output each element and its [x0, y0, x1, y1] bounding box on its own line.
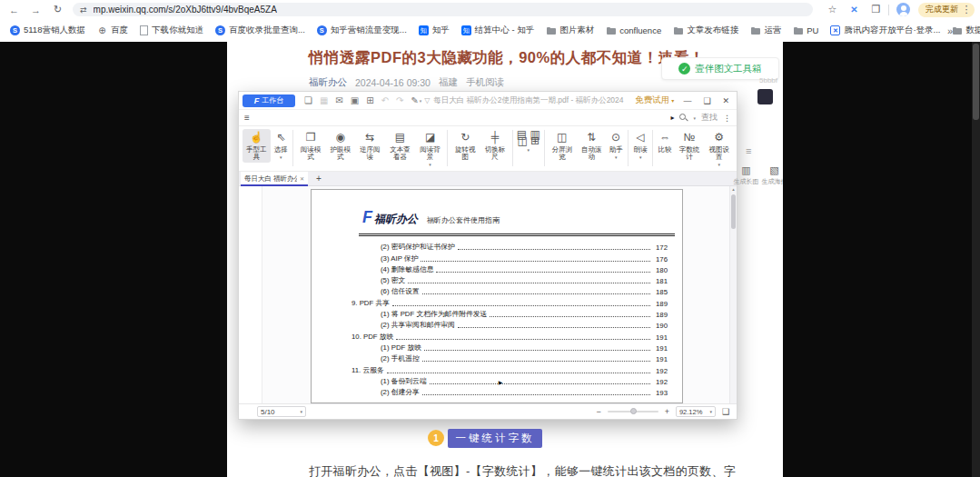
minimize-button[interactable]: — [683, 96, 691, 105]
article-author-link[interactable]: 福昕办公 [309, 76, 347, 89]
toolbar-button[interactable]: ⇔ 比较 [656, 129, 674, 155]
hamburger-icon[interactable]: ≡ [244, 113, 250, 123]
document-tab-title: 每日大白 福昕办公... [244, 174, 297, 184]
bookmark-item[interactable]: confluence [603, 24, 664, 37]
toolbar-button[interactable]: ⇆ 逆序阅读 [356, 129, 385, 163]
quick-tool-button[interactable]: ↶ [381, 95, 389, 105]
search-icon[interactable] [679, 114, 688, 122]
article-paragraph: 打开福昕办公，点击【视图】-【字数统计】，能够一键统计出该文档的页数、字数、字符… [309, 463, 745, 477]
caret-down-icon: ▾ [280, 154, 282, 160]
toolbar-button[interactable]: ╪ 切换标尺 [480, 129, 510, 163]
toolbar-button[interactable]: ↻ 旋转视图 [450, 129, 480, 163]
zoom-slider[interactable] [608, 411, 658, 412]
page-indicator: 5/10 [261, 408, 275, 416]
toolbar-button[interactable]: ⊙ 助手 ▾ [607, 129, 625, 162]
bookmark-label: 数据报告 [965, 25, 980, 36]
zoom-slider-knob[interactable] [630, 408, 637, 414]
toc-entry-label: (5) 密文 [381, 275, 405, 285]
bookmark-item[interactable]: ⊕ 百度 [94, 23, 131, 38]
quick-tool-button[interactable]: ↷ [396, 95, 403, 105]
bookmark-label: 图片素材 [559, 25, 594, 36]
maximize-button[interactable]: ❑ [703, 96, 710, 105]
pdf-vertical-scrollbar[interactable]: ▴ [729, 186, 737, 403]
zoom-in-icon[interactable]: + [665, 407, 669, 416]
toolbar-button[interactable]: ⇅ 自动滚动 [577, 129, 606, 163]
document-tab[interactable]: 每日大白 福昕办公... ✕ [241, 172, 308, 185]
tune-icon[interactable]: ⇄ [80, 5, 87, 15]
bookmark-item[interactable]: 文章发布链接 [670, 23, 741, 38]
free-trial-button[interactable]: 免费试用 ▾ [635, 94, 674, 106]
bookmark-item[interactable]: 腾讯内容开放平台·登录... [827, 23, 943, 38]
toolbar-button[interactable]: № 字数统计 [675, 129, 704, 163]
bookmark-item[interactable]: 知乎营销流量变现... [314, 23, 410, 38]
page-number-box[interactable]: 5/10 ▾ [257, 406, 306, 417]
toolbar-button[interactable]: ❐ 阅读模式 [296, 129, 325, 163]
quick-tool-button[interactable]: ▦ [320, 95, 328, 105]
more-menu-icon[interactable]: ⋮ [723, 114, 731, 123]
bookmark-item[interactable]: 下载你就知道 [137, 23, 206, 38]
forward-icon[interactable]: → [28, 2, 44, 17]
quick-tool-button[interactable]: ❏ [304, 95, 312, 105]
toolbar-label: 切换标尺 [482, 146, 508, 161]
browser-menu-icon[interactable]: ⋮ [962, 2, 971, 17]
close-button[interactable]: ✕ [722, 96, 729, 105]
browser-scrollbar[interactable] [972, 42, 980, 477]
new-tab-icon[interactable]: + [316, 174, 322, 184]
caret-down-icon[interactable]: ▾ [300, 409, 302, 414]
bookmark-item[interactable]: 结算中心 - 知乎 [459, 23, 537, 38]
back-icon[interactable]: ← [6, 2, 22, 17]
bookmark-item[interactable]: 运营 [747, 23, 784, 38]
caret-down-icon[interactable]: ▾ [709, 409, 712, 414]
article-location: 福建 [439, 76, 458, 89]
scroll-up-icon[interactable]: ▴ [730, 186, 737, 192]
find-label[interactable]: 查找 [701, 112, 718, 124]
grip-icon[interactable]: ≡ [746, 145, 751, 156]
quick-tool-button[interactable]: ▣ [351, 95, 359, 105]
toolbar-button[interactable]: ◫ 分屏浏览 [548, 129, 577, 163]
toolbar-button[interactable]: ☝ 手型工具 [243, 129, 272, 163]
plugin-tool-button[interactable]: ▥ 生成长图 [734, 164, 758, 186]
toolbar-button[interactable]: ◁ 朗读 ▾ [631, 129, 649, 162]
zoom-level-box[interactable]: 92.12% ▾ [676, 406, 716, 417]
extension-x-icon[interactable]: ✕ [846, 2, 862, 17]
plugin-logo-icon[interactable] [757, 89, 773, 104]
browser-scroll-thumb[interactable] [973, 44, 979, 120]
pdf-scroll-thumb[interactable] [731, 194, 736, 229]
quick-tool-button[interactable]: ✉ [335, 95, 342, 105]
toolbar-button[interactable]: ▤ 文本查看器 [385, 129, 415, 163]
expand-right-icon[interactable]: ▸ [670, 114, 674, 122]
bookmark-item[interactable]: 数据报告 [949, 23, 980, 38]
extensions-puzzle-icon[interactable]: ❒ [868, 2, 884, 17]
bookmarks-overflow-icon[interactable]: » [947, 25, 953, 36]
quick-tool-button[interactable]: ⊞ [366, 95, 373, 105]
toolbar-button[interactable]: ⇖ 选择 ▾ [272, 129, 290, 162]
toolbar-button[interactable]: ▤ ▥ ◫ ⊞ ▾ [516, 129, 541, 154]
toolbar-button[interactable]: ◉ 护眼模式 [326, 129, 355, 163]
tab-close-icon[interactable]: ✕ [300, 175, 304, 182]
reload-icon[interactable]: ↻ [50, 2, 65, 17]
workspace-button[interactable]: F 工作台 [243, 94, 295, 107]
profile-avatar[interactable] [896, 3, 910, 16]
toc-entry-label: (1) 将 PDF 文档作为邮件附件发送 [381, 309, 487, 319]
toolbar-button[interactable]: ◪ 阅读背景 ▾ [416, 129, 445, 169]
bookmark-favicon [461, 25, 471, 35]
caret-down-icon: ▾ [615, 154, 618, 160]
address-bar[interactable]: ⇄ mp.weixin.qq.com/s/2oXbJ6ttv9/4bvBqeA5… [73, 3, 813, 16]
bookmark-star-icon[interactable]: ☆ [825, 2, 840, 17]
plugin-tool-button[interactable]: ▧ 生成海报 [762, 164, 783, 186]
pdf-app-window: F 工作台 ❏ ▦ ✉ [238, 91, 737, 420]
bookmark-item[interactable]: 知乎 [416, 23, 452, 38]
bookmark-item[interactable]: 百度收录批量查询... [213, 23, 308, 38]
bookmark-item[interactable]: 5118营销人数据 [7, 23, 88, 38]
fullscreen-icon[interactable]: ❑ [722, 407, 729, 416]
caret-down-icon[interactable]: ▾ [693, 115, 696, 121]
update-chrome-button[interactable]: 完成更新 ⋮ [918, 3, 975, 17]
bookmark-item[interactable]: 图片素材 [543, 23, 597, 38]
toc-entry: (4) 删除敏感信息 180 [351, 263, 668, 274]
bookmark-item[interactable]: PU [790, 24, 821, 37]
sidebar-expander-icon[interactable]: ▶ [258, 379, 743, 385]
word-count-cta-button[interactable]: 一键统计字数 [448, 429, 542, 448]
toolbar-separator [292, 130, 293, 166]
quick-tool-button[interactable]: ✎ ▾ [411, 95, 421, 105]
zoom-out-icon[interactable]: − [596, 407, 600, 416]
